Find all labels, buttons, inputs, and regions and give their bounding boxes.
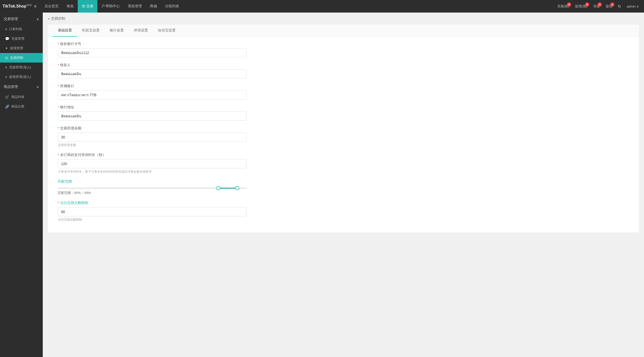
input-bank-address[interactable] [58, 112, 247, 121]
form-group-bank-name: * 所属银行 [58, 84, 629, 99]
sidebar-item-withdraw-fake-label: 提现管理(假人) [9, 75, 31, 79]
admin-menu-button[interactable]: admin ∧ [624, 4, 641, 9]
withdraw-button[interactable]: 提现 0 [603, 3, 615, 10]
slider-fill [218, 188, 237, 189]
form-group-payment-timeout: * 未订单的支付等待时长（秒） 订单支付等待时长，新下订单未在此时间内容完成支付… [58, 153, 629, 174]
tab-basic[interactable]: 基础设置 [53, 25, 77, 37]
menu-toggle-icon[interactable]: ≡ [34, 4, 37, 9]
main-content: » 交易控制 基础设置 利息宝设置 银行设置 评语设置 短信宝设置 * 收款银行… [43, 13, 644, 357]
nav-trade[interactable]: 坐 交易 [78, 0, 97, 13]
input-bank-name[interactable] [58, 90, 247, 99]
sidebar-section-product-mgmt[interactable]: 商品管理 ∨ [0, 82, 43, 92]
hint-daily-limit: 当日交易次数限制 [58, 218, 629, 222]
sidebar-item-trade-control[interactable]: ⊙ 交易控制 [0, 53, 43, 63]
refresh-button[interactable]: ↻ [616, 3, 623, 10]
nav-shop[interactable]: 商城 [146, 0, 161, 13]
form-label-daily-limit: * 当日交易次数限制 [58, 201, 629, 205]
required-mark6: * [58, 153, 59, 157]
sidebar-item-recharge-fake-label: 充值管理(假人) [9, 65, 31, 70]
sidebar-item-product-list[interactable]: 🛒 商品列表 [0, 92, 43, 102]
sidebar-item-recharge-mgmt[interactable]: 💬 充值管理 [0, 34, 43, 43]
form-group-bank-card: * 收款银行卡号 [58, 42, 629, 57]
form-label-trade-balance: * 交易所需余额 [58, 126, 629, 131]
chevron-down-icon2: ∨ [36, 85, 39, 89]
tab-bank[interactable]: 银行设置 [105, 25, 129, 37]
sidebar-item-product-category-label: 商品分类 [11, 104, 24, 109]
label-text-payment-timeout: 未订单的支付等待时长（秒） [60, 153, 106, 157]
breadcrumb: » 交易控制 [48, 16, 639, 21]
chat-icon: 💬 [5, 37, 9, 41]
list-icon: ≡ [5, 27, 7, 31]
recharge-fake-button[interactable]: 充值(假) 0 [555, 3, 572, 10]
hint-trade-balance: 交易所需余额 [58, 143, 629, 147]
form-group-bank-address: * 银行地址 [58, 105, 629, 121]
form-label-slider: 匹配范围 [58, 179, 629, 184]
label-text-payee: 收款人 [60, 63, 71, 67]
content-card: 基础设置 利息宝设置 银行设置 评语设置 短信宝设置 * 收款银行卡号 [48, 25, 639, 232]
app-logo: TikTok.ShopV3.0 [3, 4, 31, 9]
sidebar-item-order-list[interactable]: ≡ 订单列表 [0, 24, 43, 34]
input-payment-timeout[interactable] [58, 159, 247, 168]
hint-payment-timeout: 订单支付等待时长，新下订单未在此时间内容完成支付将会被自动取消 [58, 170, 629, 174]
required-mark5: * [58, 126, 59, 130]
sidebar-item-order-label: 订单列表 [9, 27, 22, 31]
input-payee[interactable] [58, 69, 247, 78]
label-text-bank-address: 银行地址 [60, 105, 74, 110]
nav-home[interactable]: 后台首页 [41, 0, 63, 13]
form-label-payment-timeout: * 未订单的支付等待时长（秒） [58, 153, 629, 157]
label-text-bank-card: 收款银行卡号 [60, 42, 81, 46]
form-label-bank-address: * 银行地址 [58, 105, 629, 110]
label-text-trade-balance: 交易所需余额 [60, 126, 81, 131]
recharge-fake-badge: 0 [567, 3, 571, 7]
form-label-payee: * 收款人 [58, 63, 629, 67]
required-mark7: * [58, 201, 59, 205]
chevron-down-icon: ∨ [36, 17, 39, 21]
input-daily-limit[interactable] [58, 207, 247, 216]
sidebar-item-product-category[interactable]: 🔗 商品分类 [0, 102, 43, 111]
form-group-slider: 匹配范围 匹配范围：85% ~ 95% [58, 179, 629, 195]
sidebar-item-product-list-label: 商品列表 [11, 95, 24, 99]
recharge-badge: 0 [598, 3, 602, 7]
sidebar-item-recharge-fake[interactable]: ≡ 充值管理(假人) [0, 63, 43, 72]
tab-sms[interactable]: 短信宝设置 [153, 25, 181, 37]
sidebar-item-withdraw-fake[interactable]: ≡ 提现管理(假人) [0, 72, 43, 82]
slider-container[interactable] [58, 188, 247, 189]
sidebar-item-withdraw-label: 提现管理 [10, 46, 23, 50]
recharge-button[interactable]: 充值 0 [591, 3, 602, 10]
list2-icon: ≡ [5, 65, 7, 69]
slider-track [58, 188, 247, 189]
sidebar-item-withdraw-mgmt[interactable]: ✦ 提现管理 [0, 43, 43, 53]
sidebar-item-recharge-label: 充值管理 [11, 36, 24, 41]
nav-system[interactable]: 系统管理 [124, 0, 146, 13]
required-mark: * [58, 42, 59, 46]
withdraw-badge: 0 [610, 3, 614, 7]
form-group-trade-balance: * 交易所需余额 交易所需余额 [58, 126, 629, 147]
input-trade-balance[interactable] [58, 133, 247, 142]
label-text-slider: 匹配范围 [58, 179, 72, 184]
cart-icon: 🛒 [5, 95, 9, 99]
input-bank-card[interactable] [58, 48, 247, 57]
form-label-bank-name: * 所属银行 [58, 84, 629, 88]
form-label-bank-card: * 收款银行卡号 [58, 42, 629, 46]
label-text-bank-name: 所属银行 [60, 84, 74, 88]
required-mark4: * [58, 105, 59, 109]
nav-role[interactable]: 角色 [63, 0, 78, 13]
withdraw-fake-badge: 0 [585, 3, 589, 7]
breadcrumb-text: 交易控制 [51, 16, 65, 21]
list3-icon: ≡ [5, 75, 7, 79]
tab-review[interactable]: 评语设置 [129, 25, 153, 37]
nav-items: 后台首页 角色 坐 交易 户 帮助中心 系统管理 商城 分组列表 [41, 0, 555, 13]
label-text-daily-limit: 当日交易次数限制 [60, 201, 88, 205]
nav-grouplist[interactable]: 分组列表 [161, 0, 183, 13]
link-icon: 🔗 [5, 105, 9, 109]
top-navigation: TikTok.ShopV3.0 ≡ 后台首页 角色 坐 交易 户 帮助中心 系统… [0, 0, 644, 13]
form-body: * 收款银行卡号 * 收款人 * 所 [48, 37, 639, 232]
form-group-daily-limit: * 当日交易次数限制 当日交易次数限制 [58, 201, 629, 222]
nav-help[interactable]: 户 帮助中心 [97, 0, 124, 13]
slider-thumb-right[interactable] [235, 186, 239, 190]
required-mark3: * [58, 84, 59, 88]
withdraw-fake-button[interactable]: 提现(假) 0 [573, 3, 590, 10]
sidebar-section-trade-mgmt[interactable]: 交易管理 ∨ [0, 14, 43, 24]
tab-alipay[interactable]: 利息宝设置 [77, 25, 105, 37]
slider-thumb-left[interactable] [216, 186, 220, 190]
